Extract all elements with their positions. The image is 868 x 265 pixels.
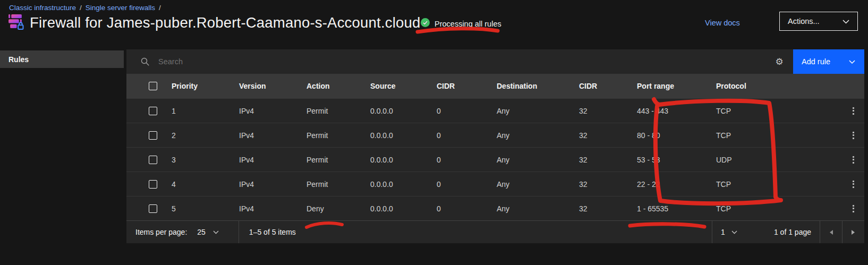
items-range-text: 1–5 of 5 items [249,228,296,236]
page-title-row: Firewall for James-puber.Robert-Caamano-… [7,13,420,32]
cell-priority: 1 [172,107,239,115]
cell-priority: 5 [172,204,239,213]
row-checkbox[interactable] [149,204,157,213]
status-text: Processing all rules [435,20,501,28]
cell-cidr-2: 32 [579,156,637,164]
cell-destination: Any [497,131,579,140]
breadcrumb: Classic infrastructure / Single server f… [9,4,161,12]
cell-action: Permit [307,107,370,115]
cell-action: Permit [307,180,370,189]
overflow-menu-icon[interactable] [829,156,864,164]
page-number-select[interactable]: 1 [712,221,774,243]
cell-cidr-2: 32 [579,107,637,115]
breadcrumb-separator: / [80,4,82,12]
chevron-down-icon [843,16,849,26]
overflow-menu-icon[interactable] [829,181,864,188]
cell-port-range: 443 - 443 [637,107,716,115]
pagination-bar: Items per page: 25 1–5 of 5 items 1 1 of… [126,220,864,243]
page-title: Firewall for James-puber.Robert-Caamano-… [30,14,420,31]
cell-cidr: 0 [437,107,497,115]
table-toolbar: ⚙ Add rule [126,49,864,74]
column-header-destination: Destination [497,82,579,90]
cell-port-range: 53 - 53 [637,156,716,164]
cell-cidr: 0 [437,131,497,140]
overflow-menu-icon[interactable] [829,205,864,212]
cell-cidr-2: 32 [579,131,637,140]
cell-cidr: 0 [437,204,497,213]
chevron-down-icon [731,230,737,234]
row-checkbox[interactable] [149,156,157,164]
cell-protocol: TCP [716,204,829,213]
previous-page-button[interactable] [820,221,842,243]
row-checkbox[interactable] [149,131,157,140]
column-header-protocol: Protocol [716,82,829,90]
overflow-menu-icon[interactable] [829,132,864,139]
cell-source: 0.0.0.0 [370,131,437,140]
column-header-cidr: CIDR [437,82,497,90]
rules-panel: ⚙ Add rule Priority Version Action Sourc… [126,49,864,243]
cell-version: IPv4 [239,131,307,140]
column-header-port-range: Port range [637,82,716,90]
sidebar-item-label: Rules [8,55,29,64]
table-row: 2 IPv4 Permit 0.0.0.0 0 Any 32 80 - 80 T… [126,123,864,147]
firewall-icon [7,13,24,32]
add-rule-chevron-icon[interactable] [849,58,855,66]
row-checkbox[interactable] [149,180,157,189]
divider [239,221,239,243]
search-input[interactable] [126,49,765,74]
status-badge: Processing all rules [421,18,501,29]
cell-version: IPv4 [239,156,307,164]
cell-action: Deny [307,204,370,213]
sidebar-item-rules[interactable]: Rules [0,50,124,68]
page-info-text: 1 of 1 page [774,228,820,236]
breadcrumb-single-server-firewalls[interactable]: Single server firewalls [86,4,155,12]
add-rule-label: Add rule [802,57,830,66]
cell-destination: Any [497,204,579,213]
gear-icon[interactable]: ⚙ [765,49,793,74]
cell-version: IPv4 [239,180,307,189]
cell-cidr-2: 32 [579,180,637,189]
cell-action: Permit [307,131,370,140]
cell-version: IPv4 [239,204,307,213]
table-header-row: Priority Version Action Source CIDR Dest… [126,74,864,98]
column-header-version: Version [239,82,307,90]
cell-destination: Any [497,156,579,164]
view-docs-link[interactable]: View docs [705,19,740,27]
cell-priority: 4 [172,180,239,189]
overflow-menu-icon[interactable] [829,107,864,115]
cell-port-range: 80 - 80 [637,131,716,140]
add-rule-button[interactable]: Add rule [793,49,864,74]
cell-source: 0.0.0.0 [370,204,437,213]
page-number-value: 1 [721,228,725,236]
cell-action: Permit [307,156,370,164]
items-per-page-select[interactable] [213,230,219,234]
column-header-priority: Priority [172,82,239,90]
pagination-controls: 1 1 of 1 page [712,221,864,243]
cell-cidr: 0 [437,156,497,164]
cell-source: 0.0.0.0 [370,180,437,189]
table-row: 5 IPv4 Deny 0.0.0.0 0 Any 32 1 - 65535 T… [126,196,864,220]
cell-protocol: TCP [716,180,829,189]
table-row: 3 IPv4 Permit 0.0.0.0 0 Any 32 53 - 53 U… [126,147,864,172]
cell-port-range: 1 - 65535 [637,204,716,213]
cell-protocol: UDP [716,156,829,164]
column-header-cidr-2: CIDR [579,82,637,90]
cell-destination: Any [497,180,579,189]
cell-destination: Any [497,107,579,115]
table-row: 4 IPv4 Permit 0.0.0.0 0 Any 32 22 - 22 T… [126,172,864,196]
row-checkbox[interactable] [149,107,157,115]
cell-source: 0.0.0.0 [370,107,437,115]
cell-version: IPv4 [239,107,307,115]
cell-port-range: 22 - 22 [637,180,716,189]
next-page-button[interactable] [843,221,864,243]
actions-dropdown[interactable]: Actions... [779,12,858,31]
table-row: 1 IPv4 Permit 0.0.0.0 0 Any 32 443 - 443… [126,98,864,123]
cell-source: 0.0.0.0 [370,156,437,164]
firewall-page: Classic infrastructure / Single server f… [0,0,868,265]
select-all-checkbox[interactable] [149,82,157,90]
actions-label: Actions... [788,17,820,25]
breadcrumb-classic-infrastructure[interactable]: Classic infrastructure [9,4,76,12]
cell-protocol: TCP [716,131,829,140]
cell-priority: 3 [172,156,239,164]
column-header-action: Action [307,82,370,90]
